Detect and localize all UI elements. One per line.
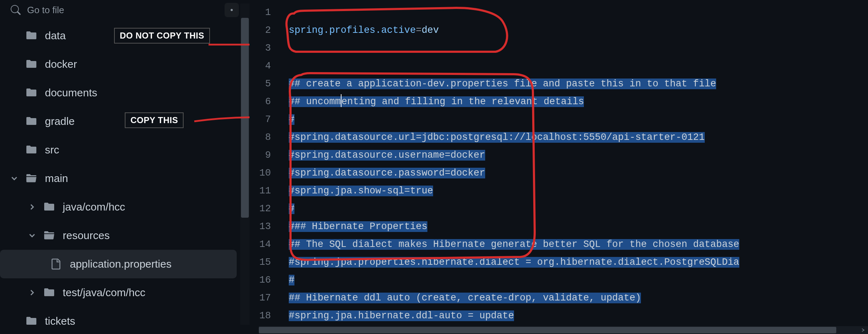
sidebar-scrollbar-thumb[interactable] bbox=[241, 18, 249, 218]
sidebar-scrollbar[interactable] bbox=[240, 4, 250, 325]
code-line[interactable]: 5## create a application-dev.properties … bbox=[257, 75, 868, 93]
code-content[interactable]: ## uncommenting and filling in the relev… bbox=[289, 93, 868, 111]
editor-hscroll-arrow-right[interactable] bbox=[858, 326, 868, 334]
tree-folder-test-java-com-hcc[interactable]: test/java/com/hcc bbox=[0, 278, 237, 307]
tree-folder-main[interactable]: main bbox=[0, 164, 237, 193]
code-token: #spring.datasource.password=docker bbox=[289, 168, 485, 178]
tree-folder-gradle[interactable]: gradle bbox=[0, 107, 237, 136]
code-token: # bbox=[289, 275, 294, 285]
tree-folder-documents[interactable]: documents bbox=[0, 79, 237, 107]
line-number: 11 bbox=[257, 182, 289, 200]
code-line[interactable]: 16# bbox=[257, 271, 868, 289]
file-tree-sidebar: Go to file datadockerdocumentsgradlesrcm… bbox=[0, 0, 250, 334]
line-number: 8 bbox=[257, 128, 289, 146]
code-line[interactable]: 3 bbox=[257, 39, 868, 57]
code-token: dev bbox=[422, 25, 439, 36]
code-line[interactable]: 12# bbox=[257, 200, 868, 218]
code-content[interactable]: #spring.datasource.password=docker bbox=[289, 164, 868, 182]
code-content[interactable]: ## The SQL dialect makes Hibernate gener… bbox=[289, 236, 868, 253]
app-root: Go to file datadockerdocumentsgradlesrcm… bbox=[0, 0, 868, 334]
tree-folder-java-com-hcc[interactable]: java/com/hcc bbox=[0, 193, 237, 221]
code-line[interactable]: 7# bbox=[257, 111, 868, 128]
tree-item-label: data bbox=[45, 30, 66, 42]
code-token: #spring.jpa.show-sql=true bbox=[289, 186, 433, 196]
chevron-right-icon bbox=[861, 328, 865, 332]
code-line[interactable]: 4 bbox=[257, 57, 868, 75]
editor-hscroll-track[interactable] bbox=[259, 326, 858, 334]
code-token: # bbox=[289, 203, 294, 214]
code-content[interactable]: #spring.datasource.username=docker bbox=[289, 146, 868, 164]
go-to-file-bar[interactable]: Go to file bbox=[0, 0, 250, 21]
code-token: = bbox=[416, 25, 421, 36]
code-line[interactable]: 15#spring.jpa.properties.hibernate.diale… bbox=[257, 253, 868, 271]
code-token: m bbox=[335, 96, 341, 107]
annotation-copy-this: COPY THIS bbox=[125, 112, 184, 128]
code-token: # bbox=[289, 114, 294, 125]
code-line[interactable]: 10#spring.datasource.password=docker bbox=[257, 164, 868, 182]
tree-folder-src[interactable]: src bbox=[0, 136, 237, 164]
line-number: 2 bbox=[257, 21, 289, 39]
code-line[interactable]: 1 bbox=[257, 4, 868, 21]
line-number: 15 bbox=[257, 253, 289, 271]
line-number: 16 bbox=[257, 271, 289, 289]
code-line[interactable]: 6## uncommenting and filling in the rele… bbox=[257, 93, 868, 111]
tree-folder-docker[interactable]: docker bbox=[0, 50, 237, 79]
code-line[interactable]: 8#spring.datasource.url=jdbc:postgresql:… bbox=[257, 128, 868, 146]
code-token: ## create a application-dev.properties f… bbox=[289, 79, 716, 89]
code-content[interactable]: #spring.datasource.url=jdbc:postgresql:/… bbox=[289, 128, 868, 146]
tree-item-label: main bbox=[45, 172, 68, 184]
code-line[interactable]: 13### Hibernate Properties bbox=[257, 218, 868, 236]
line-number: 9 bbox=[257, 146, 289, 164]
code-line[interactable]: 11#spring.jpa.show-sql=true bbox=[257, 182, 868, 200]
tree-file-application-properties[interactable]: application.properties bbox=[0, 250, 237, 278]
tree-item-label: application.properties bbox=[70, 258, 171, 270]
code-content[interactable]: #spring.jpa.properties.hibernate.dialect… bbox=[289, 253, 868, 271]
code-token: ### Hibernate Properties bbox=[289, 221, 427, 232]
code-editor: 12spring.profiles.active=dev345## create… bbox=[250, 0, 868, 334]
code-token: ## Hibernate ddl auto (create, create-dr… bbox=[289, 293, 641, 303]
code-token: enting and filling in the relevant detai… bbox=[341, 96, 584, 107]
go-to-file-placeholder: Go to file bbox=[27, 5, 64, 16]
tree-item-label: test/java/com/hcc bbox=[63, 287, 145, 299]
code-token: spring.profiles.active bbox=[289, 25, 416, 36]
code-token: #spring.datasource.url=jdbc:postgresql:/… bbox=[289, 132, 705, 143]
code-token: #spring.jpa.hibernate.ddl-auto = update bbox=[289, 310, 514, 321]
file-tree: datadockerdocumentsgradlesrcmainjava/com… bbox=[0, 21, 250, 334]
code-content[interactable]: #spring.jpa.hibernate.ddl-auto = update bbox=[289, 307, 868, 325]
code-content[interactable]: ### Hibernate Properties bbox=[289, 218, 868, 236]
line-number: 7 bbox=[257, 111, 289, 128]
tree-item-label: documents bbox=[45, 87, 97, 99]
line-number: 12 bbox=[257, 200, 289, 218]
code-token: #spring.jpa.properties.hibernate.dialect… bbox=[289, 257, 739, 268]
tree-item-label: java/com/hcc bbox=[63, 201, 125, 213]
code-line[interactable]: 17## Hibernate ddl auto (create, create-… bbox=[257, 289, 868, 307]
code-line[interactable]: 14## The SQL dialect makes Hibernate gen… bbox=[257, 236, 868, 253]
code-content[interactable]: ## Hibernate ddl auto (create, create-dr… bbox=[289, 289, 868, 307]
line-number: 1 bbox=[257, 4, 289, 21]
code-line[interactable]: 9#spring.datasource.username=docker bbox=[257, 146, 868, 164]
editor-horizontal-scrollbar[interactable] bbox=[259, 326, 868, 334]
svg-point-0 bbox=[231, 9, 233, 11]
code-content[interactable]: #spring.jpa.show-sql=true bbox=[289, 182, 868, 200]
tree-item-label: gradle bbox=[45, 115, 75, 127]
code-content[interactable]: # bbox=[289, 200, 868, 218]
go-to-file-dot-button[interactable] bbox=[225, 3, 239, 17]
code-content[interactable]: ## create a application-dev.properties f… bbox=[289, 75, 868, 93]
line-number: 18 bbox=[257, 307, 289, 325]
code-content[interactable]: spring.profiles.active=dev bbox=[289, 21, 868, 39]
code-token: #spring.datasource.username=docker bbox=[289, 150, 485, 161]
code-token: ## The SQL dialect makes Hibernate gener… bbox=[289, 239, 739, 250]
tree-item-label: src bbox=[45, 144, 59, 156]
code-area[interactable]: 12spring.profiles.active=dev345## create… bbox=[250, 0, 868, 326]
code-line[interactable]: 2spring.profiles.active=dev bbox=[257, 21, 868, 39]
code-line[interactable]: 18#spring.jpa.hibernate.ddl-auto = updat… bbox=[257, 307, 868, 325]
code-content[interactable]: # bbox=[289, 271, 868, 289]
line-number: 13 bbox=[257, 218, 289, 236]
line-number: 6 bbox=[257, 93, 289, 111]
code-content[interactable]: # bbox=[289, 111, 868, 128]
line-number: 17 bbox=[257, 289, 289, 307]
tree-folder-tickets[interactable]: tickets bbox=[0, 307, 237, 334]
editor-hscroll-thumb[interactable] bbox=[259, 327, 836, 333]
tree-folder-resources[interactable]: resources bbox=[0, 221, 237, 250]
code-token: ## uncom bbox=[289, 96, 335, 107]
